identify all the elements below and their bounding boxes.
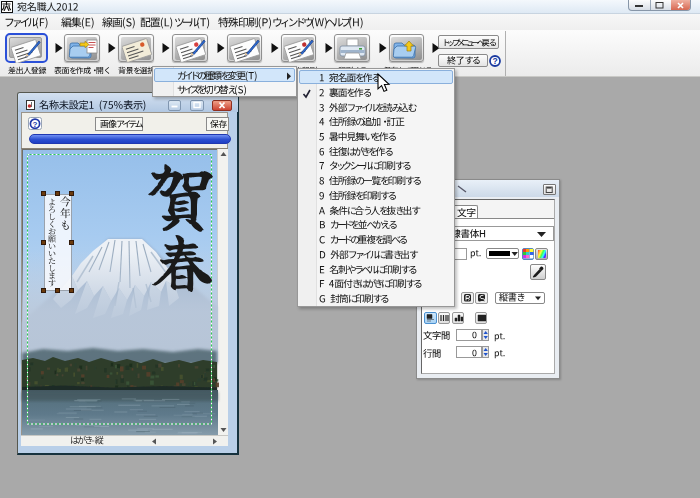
- svg-text:?: ?: [33, 119, 38, 128]
